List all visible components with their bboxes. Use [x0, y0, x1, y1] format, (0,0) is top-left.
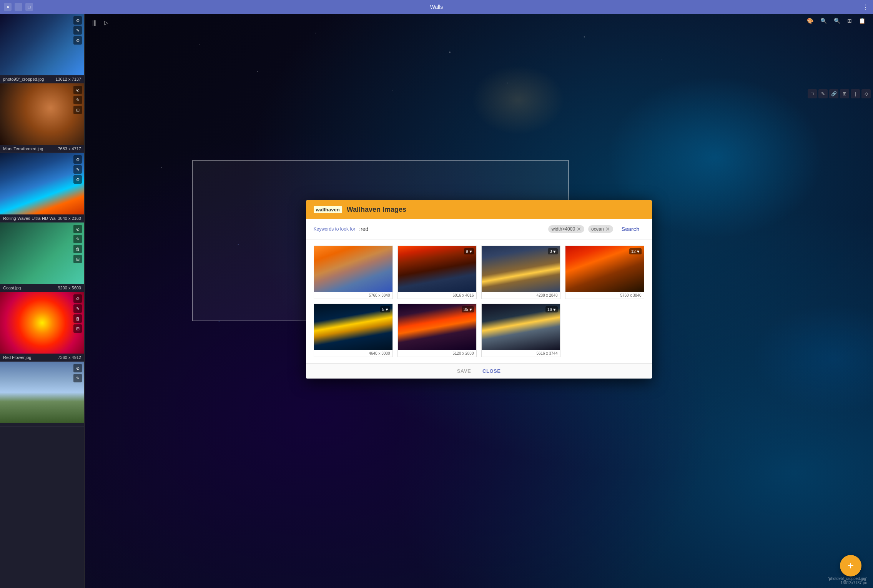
grid-info: 5760 x 3840 — [314, 292, 392, 299]
minimize-button[interactable]: ─ — [15, 3, 22, 11]
sidebar-thumbnail — [0, 292, 84, 354]
save-button[interactable]: SAVE — [457, 368, 471, 374]
grid-info: 5120 x 2880 — [398, 350, 476, 357]
sidebar-icon-info[interactable]: ⊘ — [73, 364, 82, 372]
sidebar-item[interactable]: ⊘ ✎ 🗑 ⊞ Coast.jpg 9200 x 5600 — [0, 223, 84, 292]
sidebar-icon-edit[interactable]: ✎ — [73, 26, 82, 35]
dialog-title: Wallhaven Images — [347, 206, 406, 214]
sidebar-item[interactable]: ⊘ ✎ ⊘ Rolling-Waves-Ultra-HD-Wa 3840 x 2… — [0, 153, 84, 223]
watermark-filename: 'photo95f_cropped.jpg' — [828, 576, 867, 581]
sidebar-icon-info[interactable]: ⊘ — [73, 155, 82, 164]
likes-badge: 3 ♥ — [548, 248, 558, 254]
search-tag-width[interactable]: width>4000 ✕ — [548, 225, 584, 233]
action-icon-expand[interactable]: ⊞ — [840, 89, 849, 98]
grid-item[interactable]: 9 ♥ 6016 x 4016 — [397, 246, 477, 299]
grid-dimensions: 4288 x 2848 — [536, 293, 557, 297]
heart-icon: ♥ — [469, 307, 472, 312]
search-tag-ocean-close[interactable]: ✕ — [605, 226, 610, 232]
sidebar-icon-add[interactable]: ⊞ — [73, 255, 82, 263]
image-grid: 5760 x 3840 9 ♥ 6016 x 4016 — [306, 239, 652, 363]
sidebar-thumbnail — [0, 14, 84, 75]
action-icon-copy[interactable]: □ — [808, 89, 817, 98]
grid-dimensions: 5616 x 3744 — [536, 351, 557, 355]
sidebar-item[interactable]: ⊘ ✎ ⊘ photo95f_cropped.jpg 13612 x 7137 — [0, 14, 84, 83]
maximize-button[interactable]: □ — [25, 3, 33, 11]
search-tag-ocean-text: ocean — [591, 226, 604, 232]
sidebar-item-icons: ⊘ ✎ 🗑 ⊞ — [73, 294, 82, 333]
grid-dimensions: 5760 x 3840 — [620, 293, 641, 297]
sidebar-icon-add[interactable]: ⊞ — [73, 106, 82, 114]
likes-badge: 35 ♥ — [462, 306, 474, 312]
grid-item[interactable]: 12 ♥ 5760 x 3840 — [565, 246, 644, 299]
sidebar-item-icons: ⊘ ✎ ⊘ — [73, 155, 82, 184]
action-icon-bar[interactable]: | — [851, 89, 860, 98]
search-input[interactable] — [359, 226, 544, 232]
close-button[interactable]: CLOSE — [482, 368, 501, 374]
add-fab[interactable]: + — [840, 555, 861, 576]
sidebar-item[interactable]: ⊘ ✎ 🗑 ⊞ Red Flower.jpg 7360 x 4912 — [0, 292, 84, 362]
grid-info: 4640 x 3080 — [314, 350, 392, 357]
sidebar-icon-delete[interactable]: 🗑 — [73, 245, 82, 253]
dialog-header: wallhaven Wallhaven Images — [306, 200, 652, 219]
sidebar-icon-info[interactable]: ⊘ — [73, 294, 82, 303]
app-title: Walls — [430, 4, 443, 10]
sidebar-icon-info[interactable]: ⊘ — [73, 225, 82, 233]
action-icon-edit[interactable]: ✎ — [818, 89, 828, 98]
sidebar-thumbnail — [0, 223, 84, 284]
sidebar-item[interactable]: ⊘ ✎ ⊞ Mars Terraformed.jpg 7683 x 4717 — [0, 83, 84, 153]
sidebar-item-icons: ⊘ ✎ ⊘ — [73, 16, 82, 45]
sidebar-icon-no[interactable]: ⊘ — [73, 36, 82, 45]
grid-item[interactable]: 3 ♥ 4288 x 2848 — [481, 246, 560, 299]
likes-count: 35 — [464, 307, 468, 312]
search-tag-width-close[interactable]: ✕ — [577, 226, 581, 232]
sidebar-icon-no[interactable]: ⊘ — [73, 175, 82, 184]
wallhaven-dialog: wallhaven Wallhaven Images Keywords to l… — [306, 200, 652, 379]
grid-info: 5760 x 3840 — [565, 292, 644, 299]
menu-icon[interactable]: ⋮ — [862, 3, 868, 11]
sidebar-icon-edit[interactable]: ✎ — [73, 165, 82, 174]
sidebar-item[interactable]: ⊘ ✎ — [0, 362, 84, 427]
sidebar-item-info: Coast.jpg 9200 x 5600 — [0, 284, 84, 292]
grid-item[interactable]: 5 ♥ 4640 x 3080 — [314, 304, 393, 357]
grid-thumbnail — [314, 246, 392, 292]
sidebar-icon-edit[interactable]: ✎ — [73, 374, 82, 382]
grid-info: 5616 x 3744 — [482, 350, 560, 357]
sidebar-icon-add[interactable]: ⊞ — [73, 324, 82, 333]
wallhaven-logo: wallhaven — [314, 206, 342, 213]
sidebar-icon-edit[interactable]: ✎ — [73, 96, 82, 104]
sidebar-dimensions: 7360 x 4912 — [58, 355, 81, 360]
sidebar-item-icons: ⊘ ✎ — [73, 364, 82, 382]
search-tag-width-text: width>4000 — [551, 226, 575, 232]
grid-item[interactable]: 16 ♥ 5616 x 3744 — [481, 304, 560, 357]
heart-icon: ♥ — [386, 307, 388, 312]
likes-count: 9 — [466, 249, 468, 254]
grid-dimensions: 6016 x 4016 — [452, 293, 474, 297]
sidebar-icon-delete[interactable]: 🗑 — [73, 314, 82, 323]
main-layout: ⊘ ✎ ⊘ photo95f_cropped.jpg 13612 x 7137 … — [0, 14, 873, 588]
dialog-action-bar: □ ✎ 🔗 ⊞ | ◇ — [808, 89, 871, 98]
watermark-dimensions: 13612x7137 px — [828, 581, 867, 585]
grid-dimensions: 5760 x 3840 — [369, 293, 390, 297]
sidebar-filename: Red Flower.jpg — [3, 355, 31, 360]
sidebar-icon-info[interactable]: ⊘ — [73, 86, 82, 94]
sidebar-item-info: photo95f_cropped.jpg 13612 x 7137 — [0, 75, 84, 83]
action-icon-link[interactable]: 🔗 — [829, 89, 838, 98]
sidebar-dimensions: 3840 x 2160 — [58, 216, 81, 221]
sidebar-icon-edit[interactable]: ✎ — [73, 304, 82, 313]
sidebar-icon-info[interactable]: ⊘ — [73, 16, 82, 25]
likes-count: 3 — [550, 249, 552, 254]
heart-icon: ♥ — [553, 307, 556, 312]
grid-item[interactable]: 35 ♥ 5120 x 2880 — [397, 304, 477, 357]
sidebar-dimensions: 13612 x 7137 — [55, 77, 81, 81]
content-area: ||| ▷ 🎨 🔍 🔍 ⊞ 📋 □ ✎ 🔗 ⊞ | ◇ — [85, 14, 873, 588]
action-icon-diamond[interactable]: ◇ — [861, 89, 871, 98]
grid-item[interactable]: 5760 x 3840 — [314, 246, 393, 299]
sidebar-item-info — [0, 423, 84, 426]
search-tag-ocean[interactable]: ocean ✕ — [588, 225, 613, 233]
search-button[interactable]: Search — [617, 224, 644, 234]
sidebar-thumbnail — [0, 83, 84, 145]
close-button[interactable]: ✕ — [4, 3, 12, 11]
likes-badge: 5 ♥ — [380, 306, 390, 312]
sidebar-filename: Mars Terraformed.jpg — [3, 146, 43, 151]
sidebar-icon-edit[interactable]: ✎ — [73, 235, 82, 243]
